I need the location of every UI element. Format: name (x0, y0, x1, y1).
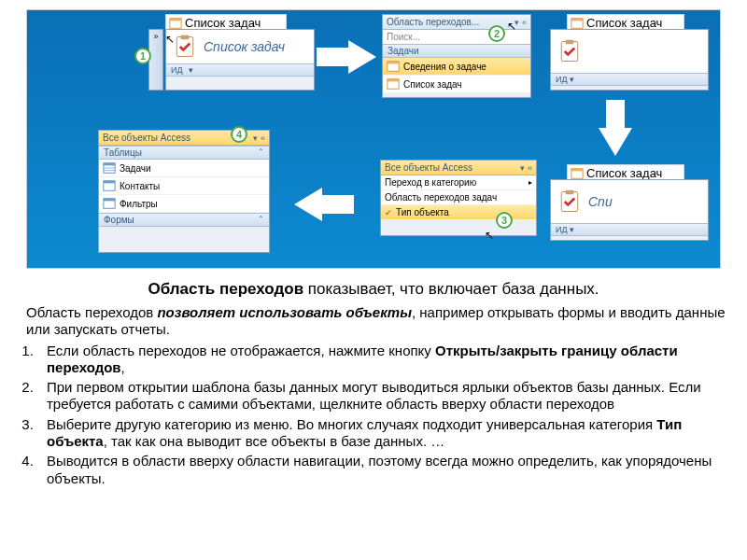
table-icon (103, 161, 116, 175)
text-content: Область переходов показывает, что включа… (0, 280, 747, 487)
item-label: Тип объекта (396, 207, 449, 217)
svg-rect-3 (181, 35, 190, 39)
nav-item-task-list[interactable]: Список задач (383, 76, 530, 93)
arrow-left (322, 195, 354, 214)
collapsed-navpane[interactable]: » (148, 29, 163, 91)
tab-title: Список задач (185, 16, 261, 30)
step-4: Выводится в области вверху области навиг… (37, 453, 726, 487)
panel-1: Список задач ИД▾ (165, 29, 315, 91)
item-label: Область переходов задач (385, 192, 497, 203)
item-label: Список задач (403, 79, 462, 90)
cursor-icon: ↖ (165, 33, 175, 46)
heading: Область переходов показывает, что включа… (21, 280, 726, 299)
svg-rect-21 (104, 181, 115, 184)
check-icon: ✔ (385, 208, 392, 217)
intro-paragraph: Область переходов позволяет использовать… (26, 304, 726, 339)
section-tasks: Задачи (383, 44, 530, 58)
menu-navpane-tasks[interactable]: Область переходов задач (381, 190, 536, 205)
item-label: Сведения о задаче (403, 62, 486, 72)
form-icon (169, 17, 182, 30)
hdr-text: Область переходов... (387, 17, 479, 27)
svg-rect-15 (566, 190, 574, 194)
svg-rect-5 (388, 62, 399, 64)
nav-item-task-details[interactable]: Сведения о задаче (383, 58, 530, 76)
panel-title: Спи (588, 194, 613, 209)
form-icon (571, 167, 584, 180)
heading-rest: показывает, что включает база данных. (303, 280, 599, 298)
arrow-right-head (348, 40, 376, 74)
table-icon (103, 179, 116, 192)
cursor-icon: ↖ (485, 229, 494, 242)
panel3-header[interactable]: Все объекты Access ▾ « (381, 161, 536, 175)
hdr-text: Все объекты Access (103, 133, 190, 143)
t: Область переходов (26, 304, 157, 320)
arrow-down-head (599, 128, 632, 156)
table-icon (103, 197, 116, 210)
heading-bold: Область переходов (148, 280, 303, 298)
badge-4: 4 (231, 126, 247, 143)
chevron-icon: ▾ « (520, 163, 532, 173)
badge-1: 1 (134, 48, 151, 64)
hdr-text: Все объекты Access (385, 162, 472, 173)
access-navigation-diagram: Список задач Список задач ИД▾ » ↖ 1 Обла… (26, 9, 721, 269)
arrow-left-head (294, 188, 322, 221)
step-1: Если область переходов не отображается, … (37, 343, 726, 377)
steps-list: Если область переходов не отображается, … (34, 343, 726, 487)
panel-title: Список задач (204, 39, 285, 54)
svg-rect-7 (388, 79, 399, 82)
clipboard-check-icon (172, 34, 198, 60)
item-label: Переход в категорию (385, 177, 476, 188)
clipboard-check-icon (557, 38, 583, 64)
step-3: Выберите другую категорию из меню. Во мн… (37, 416, 726, 451)
step-2: При первом открытии шаблона базы данных … (37, 379, 726, 413)
table-item-filters[interactable]: Фильтры (99, 195, 269, 213)
chevron-down-icon: ▾ « (514, 18, 527, 27)
footer-label: ИД (171, 65, 183, 75)
arrow-right (317, 48, 348, 66)
panel-2b: ИД ▾ (550, 29, 709, 91)
tab-title: Список задач (586, 16, 662, 30)
svg-rect-9 (571, 18, 583, 21)
cursor-icon: ↖ (507, 20, 516, 33)
panel-3b: Спи ИД ▾ (550, 179, 709, 241)
svg-rect-13 (571, 168, 583, 171)
chevron-icon: ▾ « (253, 133, 265, 143)
form-icon (387, 77, 400, 91)
badge-3: 3 (496, 212, 513, 229)
t: Выберите другую категорию из меню. Во мн… (47, 416, 656, 432)
svg-rect-1 (170, 18, 181, 21)
menu-object-type[interactable]: ✔ Тип объекта (381, 205, 536, 220)
table-item-tasks[interactable]: Задачи (99, 160, 269, 177)
section-label: Таблицы (104, 147, 142, 158)
section-forms: Формы⌃ (99, 213, 269, 227)
clipboard-check-icon (557, 189, 583, 215)
t: , (121, 359, 125, 375)
item-label: Контакты (120, 181, 160, 191)
svg-rect-17 (104, 163, 115, 166)
arrow-down (606, 100, 625, 128)
t: , так как она выводит все объекты в базе… (104, 433, 445, 449)
item-label: Фильтры (120, 199, 158, 209)
table-item-contacts[interactable]: Контакты (99, 177, 269, 195)
footer-label: ИД (556, 75, 568, 84)
form-icon (571, 17, 584, 30)
form-icon (387, 60, 400, 73)
badge-2: 2 (488, 25, 505, 42)
item-label: Задачи (120, 163, 151, 174)
t: Если область переходов не отображается, … (47, 343, 435, 358)
svg-rect-11 (566, 40, 574, 44)
menu-goto-category[interactable]: Переход в категорию▸ (381, 175, 536, 190)
svg-rect-23 (104, 199, 115, 202)
t: позволяет использовать объекты (157, 304, 412, 320)
footer-label: ИД (556, 225, 568, 234)
panel-3: Все объекты Access ▾ « Переход в категор… (380, 160, 537, 236)
panel-4: Все объекты Access ▾ « Таблицы⌃ Задачи К… (98, 130, 270, 253)
section-tables: Таблицы⌃ (99, 146, 269, 160)
tab-title: Список задач (586, 166, 662, 180)
section-label: Формы (104, 215, 134, 225)
